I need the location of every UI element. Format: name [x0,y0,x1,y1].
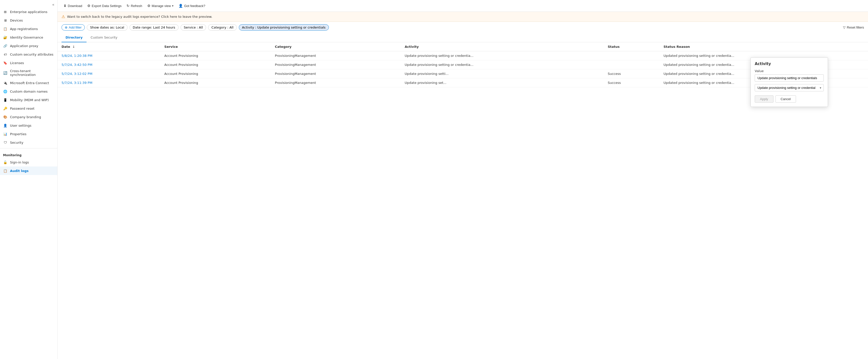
row-1-date[interactable]: 5/7/24, 3:42:50 PM [58,60,160,70]
row-3-service: Account Provisioning [160,78,271,87]
connect-icon: 🔌 [3,81,7,85]
row-2-activity: Update provisioning setti... [401,70,604,78]
table-row: 5/7/24, 3:12:02 PMAccount ProvisioningPr… [58,70,868,78]
sidebar-label-user-settings: User settings [10,124,32,128]
sidebar-label-enterprise-apps: Enterprise applications [10,10,48,14]
category-chip[interactable]: Category : All [208,24,237,31]
col-header-status-reason: Status Reason [659,42,868,51]
row-0-date[interactable]: 5/8/24, 1:20:38 PM [58,51,160,60]
got-feedback-button[interactable]: 👤 Got feedback? [177,2,207,9]
activity-filter-popup: Activity Value Update provisioning setti… [750,57,828,107]
sidebar-label-properties: Properties [10,132,27,136]
sidebar-label-company-branding: Company branding [10,115,41,119]
sidebar-item-user-settings[interactable]: 👤 User settings [0,121,57,130]
add-filter-button[interactable]: ⊕ Add filter [62,24,85,31]
shield-icon: 🛡 [3,140,7,145]
sidebar-item-enterprise-apps[interactable]: ⊞ Enterprise applications [0,7,57,16]
manage-view-button[interactable]: ⚙ Manage view ▾ [145,2,176,9]
sidebar-item-properties[interactable]: 📊 Properties [0,130,57,138]
sidebar-item-devices[interactable]: 🖥 Devices [0,16,57,25]
col-header-category: Category [271,42,401,51]
refresh-button[interactable]: ↻ Refresh [125,2,144,9]
popup-apply-button[interactable]: Apply [755,95,773,103]
key-icon: 🔑 [3,106,7,111]
grid-icon: ⊞ [3,9,7,14]
sync-icon: 🔄 [3,71,7,75]
sidebar-collapse-button[interactable]: « [51,1,55,7]
download-button[interactable]: ⬇ Download [62,2,84,9]
sidebar-label-microsoft-entra-connect: Microsoft Entra Connect [10,81,49,85]
popup-activity-select[interactable]: Update provisioning setting or credentia… [755,84,824,91]
row-1-category: ProvisioningManagement [271,60,401,70]
sidebar-item-app-registrations[interactable]: 📋 App registrations [0,25,57,33]
table-row: 5/7/24, 3:42:50 PMAccount ProvisioningPr… [58,60,868,70]
feedback-icon: 👤 [179,4,183,8]
chevron-down-icon: ▾ [172,4,174,7]
manage-view-icon: ⚙ [147,4,151,8]
audit-icon: 📋 [3,168,7,173]
sidebar-item-licenses[interactable]: 🔖 Licenses [0,59,57,67]
sidebar-item-security[interactable]: 🛡 Security [0,138,57,147]
row-2-date[interactable]: 5/7/24, 3:12:02 PM [58,70,160,78]
sidebar-item-custom-domain-names[interactable]: 🌐 Custom domain names [0,87,57,95]
popup-value-input[interactable] [755,74,824,82]
sidebar-label-audit-logs: Audit logs [10,169,29,173]
reset-filters-button[interactable]: ▽ Reset filters [843,26,864,29]
reset-icon: ▽ [843,26,845,29]
tab-custom-security[interactable]: Custom Security [87,33,121,42]
export-data-settings-button[interactable]: ⚙ Export Data Settings [85,2,124,9]
popup-select-wrapper: Update provisioning setting or credentia… [755,84,824,91]
app-icon: 📋 [3,27,7,31]
mobility-icon: 📱 [3,98,7,102]
row-2-service: Account Provisioning [160,70,271,78]
popup-cancel-button[interactable]: Cancel [775,95,796,103]
sidebar-item-identity-governance[interactable]: 🔐 Identity Governance [0,33,57,42]
popup-value-label: Value [755,69,824,73]
sidebar-item-application-proxy[interactable]: 🔗 Application proxy [0,42,57,50]
date-range-chip[interactable]: Date range: Last 24 hours [129,24,179,31]
tab-directory[interactable]: Directory [62,33,87,42]
row-1-status [604,60,659,70]
sidebar-item-sign-in-logs[interactable]: 🔓 Sign-in logs [0,158,57,166]
col-header-activity: Activity [401,42,604,51]
sidebar-item-mobility-mdm[interactable]: 📱 Mobility (MDM and WIP) [0,95,57,104]
row-3-status: Success [604,78,659,87]
sidebar-label-sign-in-logs: Sign-in logs [10,161,29,164]
popup-actions: Apply Cancel [755,95,824,103]
filter-icon: ⊕ [65,26,67,29]
sidebar-label-custom-domain-names: Custom domain names [10,90,48,93]
proxy-icon: 🔗 [3,44,7,48]
row-3-category: ProvisioningManagement [271,78,401,87]
row-3-date[interactable]: 5/7/24, 3:11:39 PM [58,78,160,87]
sidebar-item-microsoft-entra-connect[interactable]: 🔌 Microsoft Entra Connect [0,79,57,87]
sidebar-label-cross-tenant-sync: Cross-tenant synchronization [10,69,54,77]
sidebar-item-company-branding[interactable]: 🎨 Company branding [0,113,57,121]
properties-icon: 📊 [3,132,7,136]
service-chip[interactable]: Service : All [181,24,206,31]
custom-attr-icon: 🏷 [3,52,7,57]
activity-chip[interactable]: Activity : Update provisioning setting o… [239,24,329,31]
audit-log-table: Date ↓ServiceCategoryActivityStatusStatu… [58,42,868,87]
popup-title: Activity [755,62,824,66]
license-icon: 🔖 [3,61,7,65]
sidebar-item-cross-tenant-sync[interactable]: 🔄 Cross-tenant synchronization [0,67,57,79]
signin-icon: 🔓 [3,160,7,164]
sidebar-label-licenses: Licenses [10,61,24,65]
sidebar-label-security: Security [10,141,23,144]
row-0-category: ProvisioningManagement [271,51,401,60]
sidebar-item-custom-security-attributes[interactable]: 🏷 Custom security attributes [0,50,57,59]
sidebar-item-password-reset[interactable]: 🔑 Password reset [0,104,57,113]
row-2-category: ProvisioningManagement [271,70,401,78]
monitor-icon: 🖥 [3,18,7,23]
toolbar: ⬇ Download ⚙ Export Data Settings ↻ Refr… [58,0,868,12]
show-dates-chip[interactable]: Show dates as: Local [87,24,127,31]
col-header-date[interactable]: Date ↓ [58,42,160,51]
legacy-banner[interactable]: ⚠ Want to switch back to the legacy audi… [58,12,868,22]
refresh-icon: ↻ [127,4,129,8]
sort-icon: ↓ [72,45,75,49]
sidebar-label-app-registrations: App registrations [10,27,38,31]
shield-check-icon: 🔐 [3,35,7,39]
export-icon: ⚙ [87,4,91,8]
sidebar-item-audit-logs[interactable]: 📋 Audit logs [0,166,57,175]
content-area: Date ↓ServiceCategoryActivityStatusStatu… [58,42,868,359]
